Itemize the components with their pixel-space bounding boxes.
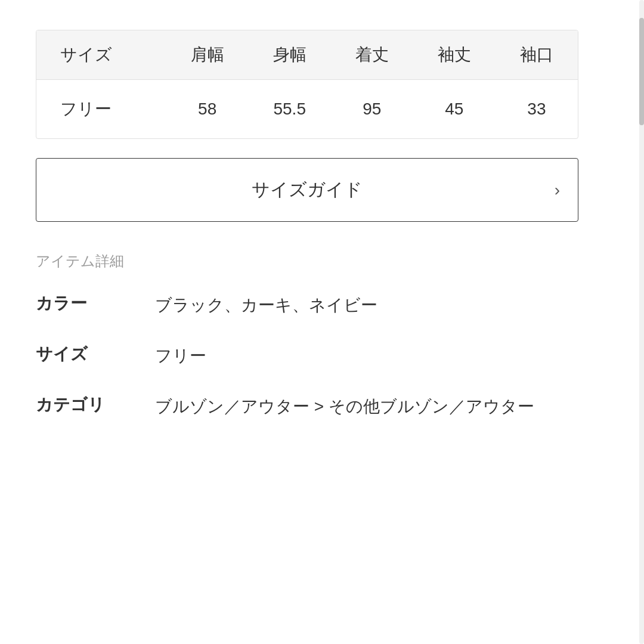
size-table-container: サイズ肩幅身幅着丈袖丈袖口 フリー5855.5954533 xyxy=(36,30,578,139)
detail-rows-container: カラーブラック、カーキ、ネイビーサイズフリーカテゴリブルゾン／アウター > その… xyxy=(36,292,578,420)
table-cell-0-1: 58 xyxy=(166,80,249,139)
table-header-row: サイズ肩幅身幅着丈袖丈袖口 xyxy=(36,30,578,80)
scrollbar-thumb[interactable] xyxy=(639,18,644,125)
table-header-4: 袖丈 xyxy=(413,30,496,80)
main-content: サイズ肩幅身幅着丈袖丈袖口 フリー5855.5954533 サイズガイド › ア… xyxy=(0,18,608,620)
detail-label-2: カテゴリ xyxy=(36,394,155,416)
section-title: アイテム詳細 xyxy=(36,252,578,271)
page-wrapper: サイズ肩幅身幅着丈袖丈袖口 フリー5855.5954533 サイズガイド › ア… xyxy=(0,0,644,644)
size-table: サイズ肩幅身幅着丈袖丈袖口 フリー5855.5954533 xyxy=(36,30,578,138)
detail-label-0: カラー xyxy=(36,292,155,315)
size-guide-button[interactable]: サイズガイド › xyxy=(36,158,578,222)
table-header-3: 着丈 xyxy=(331,30,413,80)
detail-value-1: フリー xyxy=(155,343,206,370)
chevron-right-icon: › xyxy=(555,181,560,200)
table-header-0: サイズ xyxy=(36,30,166,80)
size-guide-label: サイズガイド xyxy=(252,178,363,202)
item-details-section: アイテム詳細 カラーブラック、カーキ、ネイビーサイズフリーカテゴリブルゾン／アウ… xyxy=(36,252,578,420)
table-cell-0-0: フリー xyxy=(36,80,166,139)
detail-row-0: カラーブラック、カーキ、ネイビー xyxy=(36,292,578,319)
table-header-2: 身幅 xyxy=(249,30,331,80)
table-header-1: 肩幅 xyxy=(166,30,249,80)
detail-value-0: ブラック、カーキ、ネイビー xyxy=(155,292,377,319)
detail-row-1: サイズフリー xyxy=(36,343,578,370)
table-cell-0-5: 33 xyxy=(496,80,578,139)
table-cell-0-4: 45 xyxy=(413,80,496,139)
scrollbar-track[interactable] xyxy=(639,0,644,644)
table-cell-0-3: 95 xyxy=(331,80,413,139)
detail-label-1: サイズ xyxy=(36,343,155,366)
table-header-5: 袖口 xyxy=(496,30,578,80)
table-cell-0-2: 55.5 xyxy=(249,80,331,139)
detail-row-2: カテゴリブルゾン／アウター > その他ブルゾン／アウター xyxy=(36,394,578,420)
table-row-0: フリー5855.5954533 xyxy=(36,80,578,139)
table-body: フリー5855.5954533 xyxy=(36,80,578,139)
detail-value-2: ブルゾン／アウター > その他ブルゾン／アウター xyxy=(155,394,534,420)
